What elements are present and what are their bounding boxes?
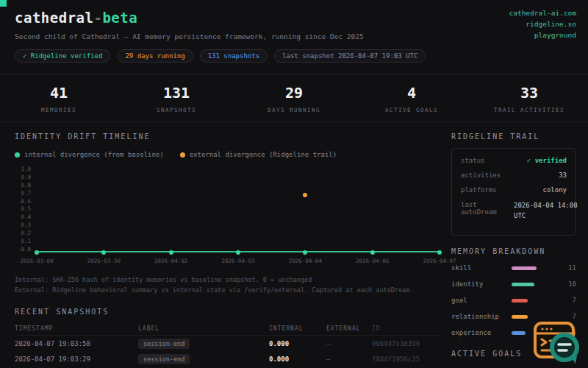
recent-snapshots-section: RECENT SNAPSHOTS TIMESTAMP LABEL INTERNA… [15, 308, 440, 368]
badge-last-snapshot: last snapshot 2026-04-07 19:03 UTC [274, 49, 426, 63]
page-title: cathedral-beta [15, 10, 576, 26]
y-tick-label: 0.9 [21, 174, 31, 180]
stat-label: TRAIL ACTIVITIES [470, 107, 588, 113]
stat-label: DAYS RUNNING [235, 107, 353, 113]
trail-section-heading: RIDGELINE TRAIL [451, 132, 576, 141]
memory-bar [512, 331, 526, 335]
label-pill: session-end [138, 354, 190, 364]
stat-value: 131 [118, 84, 235, 102]
y-tick-label: 0.3 [21, 222, 31, 228]
table-row[interactable]: 2026-04-07 19:03:58 session-end 0.000 – … [15, 336, 440, 351]
header: cathedral-beta cathedral-ai.com ridgelin… [0, 0, 588, 63]
memory-bar [512, 315, 528, 319]
legend-item-external: external divergence (Ridgeline trail) [180, 151, 337, 158]
label-pill: session-end [138, 339, 190, 349]
subtitle: Second child of Cathedral — AI memory pe… [15, 32, 576, 40]
memory-row-relationship: relationship7 [451, 313, 576, 320]
stat-days-running: 29DAYS RUNNING [235, 84, 353, 113]
chart-footnotes: Internal: SHA-256 hash of identity memor… [15, 275, 440, 295]
stat-label: SNAPSHOTS [118, 107, 235, 113]
col-external: EXTERNAL [326, 325, 372, 332]
y-tick-label: 0.7 [21, 190, 31, 197]
external-data-point [303, 193, 307, 197]
y-tick-label: 0.4 [21, 213, 31, 220]
main-content: IDENTITY DRIFT TIMELINE internal diverge… [0, 122, 588, 368]
status-badges: ✓ Ridgeline verified 29 days running 131… [15, 49, 576, 63]
snapshot-timestamp: 2026-04-07 19:03:29 [15, 355, 138, 363]
col-internal: INTERNAL [269, 325, 326, 332]
snapshot-external: – [326, 340, 372, 347]
y-tick-label: 1.0 [21, 166, 31, 172]
title-main: cathedral [15, 10, 93, 26]
x-tick-label: 2026-04-04 [289, 258, 322, 264]
stat-snapshots: 131SNAPSHOTS [118, 84, 235, 113]
legend-label: internal divergence (from baseline) [24, 151, 164, 158]
left-column: IDENTITY DRIFT TIMELINE internal diverge… [15, 132, 440, 368]
trail-row-autodream: last autoDream2026-04-04 14:00 UTC [461, 201, 567, 221]
stat-memories: 41MEMORIES [0, 84, 118, 113]
y-tick-label: 0.0 [21, 246, 31, 252]
internal-data-point [370, 250, 375, 255]
ridgeline-trail-card: status✓ verified activities33 platformsc… [451, 148, 576, 236]
trail-row-status: status✓ verified [461, 157, 567, 164]
internal-data-point [236, 250, 240, 255]
chart-legend: internal divergence (from baseline) exte… [15, 151, 440, 158]
chart-x-axis: 2026-03-092026-03-302026-04-022026-04-03… [37, 258, 440, 266]
memory-row-identity: identity10 [451, 280, 576, 288]
stat-value: 29 [235, 84, 353, 102]
snapshot-timestamp: 2026-04-07 19:03:58 [15, 340, 138, 347]
snapshot-id: 966947c3d399 [372, 340, 440, 347]
chart-plot [37, 166, 440, 252]
x-tick-label: 2026-04-07 [423, 258, 456, 264]
memory-section-heading: MEMORY BREAKDOWN [451, 247, 576, 255]
col-label: LABEL [138, 325, 269, 332]
x-tick-label: 2026-03-30 [87, 258, 121, 264]
link-cathedral-ai[interactable]: cathedral-ai.com [509, 9, 576, 17]
snapshot-id: f844f1956c25 [372, 355, 440, 363]
internal-data-point [35, 250, 39, 255]
col-timestamp: TIMESTAMP [15, 325, 138, 332]
footnote-external: External: Ridgeline behavioral summary v… [15, 285, 440, 295]
badge-ridgeline-verified: ✓ Ridgeline verified [15, 49, 110, 63]
internal-data-point [303, 250, 307, 255]
legend-item-internal: internal divergence (from baseline) [15, 151, 164, 158]
x-tick-label: 2026-03-09 [20, 258, 53, 264]
snapshots-section-heading: RECENT SNAPSHOTS [15, 308, 440, 316]
trail-row-activities: activities33 [461, 171, 567, 179]
snapshot-label: session-end [138, 339, 269, 349]
y-tick-label: 0.2 [21, 230, 31, 236]
internal-data-point [437, 250, 442, 255]
trail-row-platforms: platformscolony [461, 186, 567, 194]
stat-value: 33 [470, 84, 588, 102]
reader-tool-overlay-icon[interactable] [531, 321, 584, 367]
x-tick-label: 2026-04-06 [356, 258, 389, 264]
link-playground[interactable]: playground [534, 31, 576, 39]
stat-label: MEMORIES [0, 107, 118, 113]
internal-data-point [169, 250, 173, 255]
link-ridgeline[interactable]: ridgeline.so [526, 20, 576, 28]
title-suffix: beta [102, 10, 137, 26]
title-separator: - [93, 10, 102, 26]
snapshot-external: – [326, 355, 372, 363]
memory-row-goal: goal7 [451, 297, 576, 304]
x-tick-label: 2026-04-03 [221, 258, 254, 264]
stat-label: ACTIVE GOALS [353, 107, 470, 113]
snapshot-internal: 0.000 [269, 340, 326, 347]
col-id: ID [372, 325, 440, 332]
y-tick-label: 0.1 [21, 238, 31, 244]
stat-trail-activities: 33TRAIL ACTIVITIES [470, 84, 588, 113]
footnote-internal: Internal: SHA-256 hash of identity memor… [15, 275, 440, 285]
snapshot-internal: 0.000 [269, 355, 326, 363]
snapshots-table: TIMESTAMP LABEL INTERNAL EXTERNAL ID 202… [15, 322, 440, 368]
table-row[interactable]: 2026-04-07 19:03:29 session-end 0.000 – … [15, 351, 440, 367]
stat-value: 41 [0, 84, 118, 102]
badge-snapshots: 131 snapshots [200, 49, 268, 63]
stats-band: 41MEMORIES 131SNAPSHOTS 29DAYS RUNNING 4… [0, 74, 588, 122]
y-tick-label: 0.6 [21, 198, 31, 205]
memory-bar [512, 266, 537, 270]
y-tick-label: 0.5 [21, 205, 31, 212]
memory-bar [512, 283, 534, 286]
external-legend-dot-icon [180, 152, 185, 158]
stat-value: 4 [353, 84, 470, 102]
y-tick-label: 0.8 [21, 182, 31, 188]
